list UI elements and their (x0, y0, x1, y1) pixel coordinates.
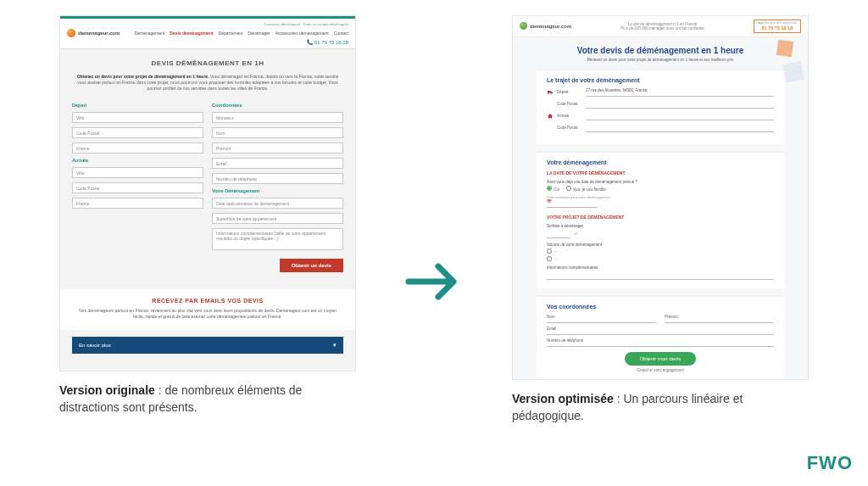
chevron-down-icon: ▾ (333, 342, 337, 349)
logo-text: demenageur.com (78, 31, 120, 36)
date-input[interactable]: Date approximative de déménagement (212, 198, 343, 209)
arrivee-cp-input[interactable] (586, 124, 774, 132)
learn-more-accordion[interactable]: En savoir plus ▾ (72, 337, 343, 354)
depart-ville[interactable]: Ville (72, 112, 203, 123)
home-icon (547, 113, 554, 120)
arrivee-ville[interactable]: Ville (72, 167, 203, 178)
depart-input[interactable]: 27 rue des Alouettes, 54500, France (586, 88, 774, 97)
optimised-screenshot: demenageur.com Le site du déménagement n… (512, 15, 809, 380)
nom-input[interactable]: Nom (547, 315, 656, 323)
hero-subtitle: Recevez un devis pour votre projet de dé… (513, 58, 808, 62)
submit-button[interactable]: Obtenir un devis (280, 259, 343, 272)
arrivee-cp-label: Code Postal (557, 126, 582, 130)
info-textarea[interactable]: Informations complémentaires (taille de … (212, 228, 343, 250)
card-title: Le trajet de votre déménagement (547, 77, 774, 83)
utility-links[interactable]: Connexion déménageur · Créer un compte d… (67, 22, 348, 29)
original-screenshot: Connexion déménageur · Créer un compte d… (59, 15, 356, 371)
arrivee-cp-row: Code Postal (547, 124, 774, 132)
volume-opt-2[interactable]: — (547, 256, 774, 261)
nav-item[interactable]: Déménager (248, 31, 270, 36)
arrivee-input[interactable] (586, 112, 774, 120)
nav-item[interactable]: Contact (334, 31, 348, 36)
cta-button[interactable]: Obtenir mon devis (625, 352, 697, 366)
section-arrivee: Arrivée (72, 158, 203, 163)
radio-input[interactable] (547, 186, 552, 191)
depart-cp-input[interactable] (586, 100, 774, 109)
nav-item-active[interactable]: Devis déménagement (170, 31, 213, 36)
intro-text: Obtenez un devis pour votre projet de dé… (60, 74, 355, 99)
main-nav[interactable]: Déménagement Devis déménagement Départem… (135, 31, 348, 36)
radio-oui[interactable]: Oui (547, 186, 559, 192)
svg-point-1 (551, 93, 552, 94)
checkbox-input[interactable] (547, 249, 552, 254)
checkbox-input[interactable] (547, 256, 552, 261)
site-logo[interactable]: demenageur.com (520, 22, 571, 30)
site-logo[interactable]: demenageur.com (67, 29, 120, 37)
box-icon (782, 61, 804, 83)
prenom-input[interactable]: Prénom (212, 142, 343, 154)
card-title: Votre déménagement (547, 159, 774, 165)
nom-input[interactable]: Nom (212, 127, 343, 138)
subsection-date: LA DATE DE VOTRE DÉMÉNAGEMENT (547, 170, 774, 176)
email-band: RECEVEZ PAR EMAILS VOS DEVIS Nos déménag… (60, 289, 355, 330)
logo-icon (67, 29, 75, 37)
nav-item[interactable]: Déménagement (135, 31, 165, 36)
accordion-label: En savoir plus (79, 343, 111, 348)
hero-title: Votre devis de déménagement en 1 heure (513, 46, 808, 55)
email-input[interactable]: Email (212, 158, 343, 169)
caption-optimised: Version optimisée : Un parcours linéaire… (512, 390, 800, 425)
date-radio-group: Oui Non, je suis flexible (547, 186, 774, 192)
date-label: Date souhaitée pour votre déménagement (547, 195, 774, 199)
email-input[interactable]: Email (547, 327, 774, 335)
nav-item[interactable]: Accessoires déménagement (275, 31, 329, 36)
header-row: demenageur.com Déménagement Devis déména… (67, 29, 348, 37)
arrivee-label: Arrivée (557, 114, 582, 118)
arrivee-pays[interactable]: France (72, 198, 203, 209)
box-icon (776, 40, 793, 57)
page-title: DEVIS DÉMÉNAGEMENT EN 1H (60, 49, 355, 74)
depart-row: Départ 27 rue des Alouettes, 54500, Fran… (547, 88, 774, 97)
cta-note: Gratuit et sans engagement (547, 368, 774, 372)
nav-item[interactable]: Département (219, 31, 243, 36)
band-title: RECEVEZ PAR EMAILS VOS DEVIS (74, 298, 342, 308)
surface-unit: m² (574, 232, 578, 236)
comparison-stage: Connexion déménageur · Créer un compte d… (0, 0, 868, 425)
tel-input[interactable]: Numéro de téléphone (212, 173, 343, 184)
arrivee-row: Arrivée (547, 112, 774, 120)
caption-original: Version originale : de nombreux éléments… (59, 382, 348, 416)
tel-input[interactable]: Numéro de téléphone (547, 338, 774, 347)
header-phone[interactable]: 📞 01 79 73 18 18 (67, 39, 348, 45)
surface-question: Surface à déménager (547, 224, 774, 228)
right-column: demenageur.com Le site du déménagement n… (512, 15, 809, 425)
spacer-icon (547, 101, 554, 108)
spacer (60, 282, 355, 289)
volume-opt-1[interactable]: — (547, 249, 774, 254)
coord-grid: Nom Prénom Email Numéro de téléphone (547, 315, 774, 347)
depart-code-postal[interactable]: Code Postal (72, 127, 203, 138)
radio-input[interactable] (566, 186, 571, 191)
caption-bold: Version originale (59, 383, 155, 397)
prenom-input[interactable]: Prénom (665, 315, 774, 323)
civilite-select[interactable]: Monsieur (212, 112, 343, 123)
watermark-logo: FWO (807, 452, 853, 474)
date-question: Avez-vous déjà une date de déménagement … (547, 180, 774, 184)
depart-pays[interactable]: France (72, 142, 203, 154)
depart-cp-label: Code Postal (557, 102, 582, 106)
card-coordonnees: Vos coordonnées Nom Prénom Email Numéro … (537, 295, 784, 380)
original-screenshot-wrap: Connexion déménageur · Créer un compte d… (59, 15, 356, 371)
info-input[interactable] (547, 271, 774, 280)
date-picker[interactable]: 📅 (547, 199, 598, 208)
header-tagline: Le site du déménagement n°1 en France Pl… (620, 22, 704, 31)
volume-options: — — (547, 249, 774, 261)
arrivee-code-postal[interactable]: Code Postal (72, 182, 203, 193)
surface-input[interactable] (547, 230, 570, 238)
phone-box[interactable]: Appelez-nous dès maintenant 01 79 73 18 … (754, 20, 801, 33)
subsection-projet: VOTRE PROJET DE DÉMÉNAGEMENT (547, 215, 774, 220)
card-trajet: Le trajet de votre déménagement Départ 2… (537, 69, 784, 144)
quote-form: Départ Ville Code Postal France Arrivée … (60, 99, 355, 257)
form-col-left: Départ Ville Code Postal France Arrivée … (72, 103, 203, 250)
radio-non[interactable]: Non, je suis flexible (566, 186, 606, 192)
surface-input[interactable]: Superficie de votre appartement (212, 213, 343, 224)
submit-row: Obtenir un devis (60, 257, 355, 282)
svg-point-0 (548, 93, 548, 94)
